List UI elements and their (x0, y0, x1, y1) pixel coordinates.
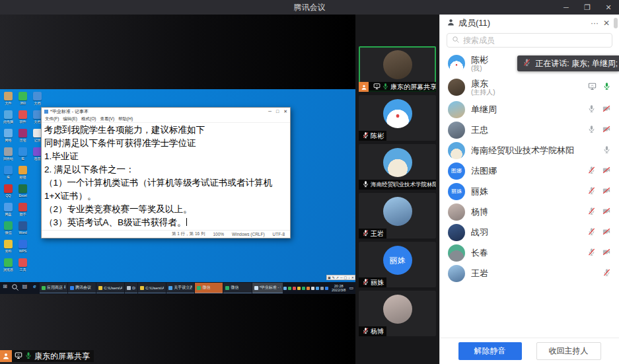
notepad-menu-item[interactable]: 文件(F) (45, 116, 59, 122)
taskbar-start-icon[interactable]: ⊞ (0, 283, 10, 293)
member-row[interactable]: 战羽 (440, 222, 619, 242)
tray-icon[interactable] (293, 287, 296, 290)
desktop-icon[interactable]: QQ (1, 184, 15, 198)
desktop-icon[interactable]: 邮箱 (16, 166, 30, 179)
notepad-maximize-button[interactable]: □ (276, 109, 279, 114)
desktop-icon[interactable]: IE (1, 166, 15, 179)
annotation-tool-icon[interactable]: ↓ (348, 275, 350, 279)
notepad-menu-item[interactable]: 查看(V) (100, 116, 114, 122)
notepad-minimize-button[interactable]: ─ (268, 109, 272, 114)
video-tile[interactable]: 丽姝 丽姝 (359, 242, 436, 287)
video-tile[interactable]: 康东的屏幕共享 (359, 46, 436, 92)
tray-icon[interactable] (311, 287, 314, 290)
desktop-icon[interactable]: WPS (16, 240, 30, 253)
annotation-tool-icon[interactable]: ─ (340, 275, 343, 279)
tray-icon[interactable] (316, 287, 319, 290)
desktop-icon[interactable]: 此电脑 (1, 110, 15, 124)
tray-icon[interactable] (302, 287, 305, 290)
desktop-icon[interactable]: 回收站 (1, 147, 15, 161)
member-row[interactable]: 单继周 (440, 99, 619, 120)
minimize-button[interactable]: ─ (556, 0, 577, 15)
notepad-titlebar: *毕业标准 - 记事本 ─□✕ (42, 108, 290, 116)
close-button[interactable]: ✕ (598, 0, 619, 15)
members-more-button[interactable]: ··· (589, 18, 601, 28)
member-row[interactable]: 图娜 法图娜 (440, 161, 619, 181)
desktop-icon-label: 资料 (1, 249, 15, 253)
reclaim-host-button[interactable]: 收回主持人 (536, 342, 601, 360)
mic-muted-icon (362, 327, 369, 336)
desktop-icon[interactable]: Word (16, 221, 30, 235)
notepad-close-button[interactable]: ✕ (283, 109, 287, 114)
member-search-box[interactable] (447, 33, 612, 48)
member-row[interactable]: 康东 (主持人) (440, 75, 619, 99)
mic-muted-icon (362, 131, 369, 140)
member-role: (主持人) (471, 89, 495, 96)
notepad-menu-item[interactable]: 格式(O) (81, 116, 96, 122)
annotation-tool-icon[interactable]: ➚ (336, 275, 339, 279)
taskbar-window-button[interactable]: 微信 (223, 283, 251, 293)
member-name: 法图娜 (471, 166, 497, 176)
taskbar-window-button[interactable]: 应用商店 帮产... (40, 283, 67, 293)
desktop-icon[interactable]: 软件 (16, 110, 30, 124)
desktop-icon[interactable]: 网盘 (1, 203, 15, 216)
desktop-icon[interactable]: 文档 (30, 92, 44, 105)
taskbar-ie-icon[interactable]: e (30, 283, 40, 293)
desktop-icon[interactable]: 资料 (1, 240, 15, 253)
desktop-icon[interactable]: 压缩 (16, 129, 30, 142)
notepad-menu-item[interactable]: 编辑(E) (63, 116, 77, 122)
notification-center-icon[interactable]: ▭ (349, 285, 353, 291)
member-search-input[interactable] (463, 36, 607, 45)
notepad-menu-item[interactable]: 帮助(H) (118, 116, 133, 122)
member-row[interactable]: 王忠 (440, 120, 619, 140)
desktop-icon[interactable]: 工具 (16, 258, 30, 272)
desktop-icon[interactable]: 文件 (1, 92, 15, 105)
taskbar-window-button[interactable]: 微信 (195, 283, 223, 293)
desktop-icon[interactable]: 网络 (1, 129, 15, 142)
annotation-tool-icon[interactable]: ▣ (328, 275, 331, 279)
member-row[interactable]: 王岩 (440, 263, 619, 283)
members-close-button[interactable]: ✕ (601, 18, 612, 28)
screen-share-view[interactable]: 文件 360 文档 此电脑 软件 文档 网络 压缩 记录 回收站 IE (0, 15, 355, 364)
tray-icon[interactable] (320, 287, 324, 290)
video-tile[interactable]: 杨博 (359, 291, 436, 336)
taskbar-window-button[interactable]: DL (125, 283, 137, 293)
tray-icon[interactable] (297, 287, 301, 290)
desktop-icon[interactable]: 微信 (1, 221, 15, 235)
desktop-icon-label: IE (16, 157, 30, 161)
taskbar-clock[interactable]: 20:28 2022/3/8 (332, 284, 346, 292)
member-row[interactable]: 杨博 (440, 201, 619, 222)
member-row[interactable]: 长春 (440, 242, 619, 263)
desktop-icon[interactable]: 浏览器 (1, 258, 15, 272)
avatar (383, 295, 412, 324)
member-row[interactable]: 丽姝 丽姝 (440, 181, 619, 201)
desktop-icon[interactable]: 360 (16, 92, 30, 105)
maximize-button[interactable]: ❐ (577, 0, 598, 15)
taskbar-search-icon[interactable] (10, 283, 20, 293)
tray-icon[interactable] (283, 287, 287, 290)
desktop-icon-label: WPS (16, 249, 30, 253)
taskbar-window-button[interactable]: 腾讯会议 (68, 283, 96, 293)
camera-off-icon (602, 104, 611, 116)
annotation-toolbar[interactable]: ▣✎➚─▢↓✕ (326, 275, 355, 280)
taskbar-window-button[interactable]: 关于设立西餐... (166, 283, 194, 293)
video-tile[interactable]: 陈彬 (359, 95, 436, 141)
tray-icon[interactable] (325, 287, 328, 290)
desktop-icon[interactable]: IE (16, 147, 30, 161)
taskbar-window-button[interactable]: C:\Users\Adm... (96, 283, 124, 293)
video-tile[interactable]: 王岩 (359, 193, 436, 238)
taskbar-window-button[interactable]: C:\Users\Adm... (138, 283, 166, 293)
scrollbar-thumb[interactable] (614, 18, 618, 28)
taskbar-window-button[interactable]: *毕业标准 - 记... (252, 283, 283, 293)
annotation-tool-icon[interactable]: ▢ (344, 275, 347, 279)
tray-icon[interactable] (288, 287, 291, 290)
annotation-tool-icon[interactable]: ✕ (351, 275, 354, 279)
taskbar-taskview-icon[interactable]: ▤ (20, 283, 30, 293)
tray-icon[interactable] (307, 287, 310, 290)
member-row[interactable]: 海南经贸职业技术学院林阳 (440, 140, 619, 161)
video-tile[interactable]: 海南经贸职业技术学院林阳 (359, 144, 436, 190)
desktop-icon[interactable]: 助手 (16, 203, 30, 216)
annotation-tool-icon[interactable]: ✎ (332, 275, 335, 279)
notepad-text[interactable]: 考虑到我院学生各项能力，建议标准如下同时满足以下条件可获得准学士学位证1.毕业证… (42, 123, 290, 230)
unmute-button[interactable]: 解除静音 (458, 342, 522, 360)
desktop-icon[interactable]: Excel (16, 184, 30, 198)
